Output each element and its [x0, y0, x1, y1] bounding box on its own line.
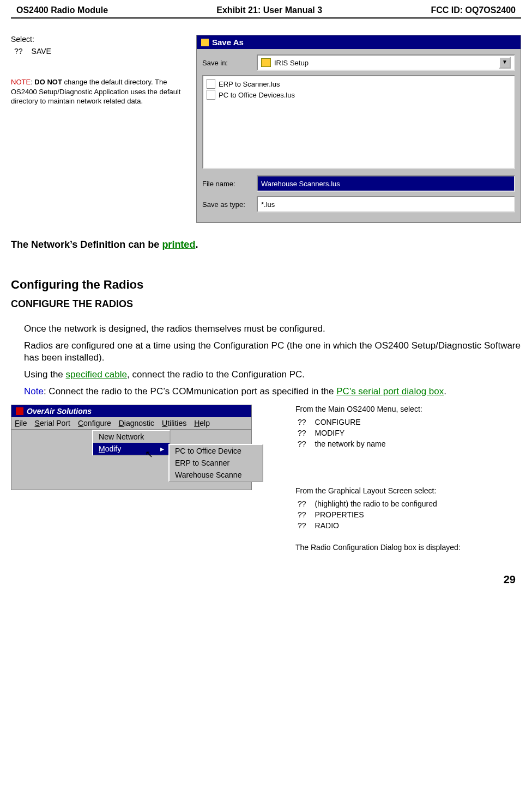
bullet-marker: ?? — [298, 510, 306, 519]
list-item[interactable]: PC to Office Devices.lus — [205, 89, 512, 100]
menu-configure[interactable]: Configure — [78, 419, 111, 428]
menu-serial-port[interactable]: Serial Port — [35, 419, 70, 428]
document-icon — [207, 79, 215, 89]
file-name-label: File name: — [202, 180, 251, 188]
right2-lead: From the Graphical Layout Screen select: — [295, 486, 461, 495]
note-label: NOTE — [11, 78, 31, 86]
paragraph-3: Using the specified cable, connect the r… — [24, 369, 521, 380]
right2-final: The Radio Configuration Dialog box is di… — [295, 543, 461, 552]
list-item[interactable]: ERP to Scanner.lus — [205, 78, 512, 89]
right1-lead: From the Main OS2400 Menu, select: — [295, 405, 461, 413]
chevron-down-icon[interactable]: ▼ — [499, 57, 511, 69]
paragraph-4: Note: Connect the radio to the PC’s COMm… — [24, 386, 521, 397]
overair-title: OverAir Solutions — [27, 407, 92, 416]
overair-window: OverAir Solutions File Serial Port Confi… — [11, 405, 252, 490]
configure-dropdown[interactable]: New Network Modify▸ PC to Office Device … — [92, 430, 171, 456]
overair-title-bar: OverAir Solutions — [11, 405, 251, 417]
app-icon — [16, 407, 23, 415]
header-rule — [11, 17, 521, 19]
select-label: Select: — [11, 35, 185, 44]
print-line-before: The Network’s Definition can be — [11, 239, 162, 250]
save-in-label: Save in: — [202, 59, 251, 67]
note-block: NOTE: DO NOT change the default director… — [11, 77, 185, 106]
menu-help[interactable]: Help — [194, 419, 210, 428]
right2-item: PROPERTIES — [315, 510, 364, 519]
bullet-marker: ?? — [298, 429, 306, 437]
bullet-marker: ?? — [298, 521, 306, 530]
right1-item: MODIFY — [315, 429, 344, 437]
note-bold: DO NOT — [34, 78, 62, 86]
folder-icon — [261, 58, 271, 67]
p3-after: , connect the radio to the Configuration… — [127, 369, 305, 380]
page-number: 29 — [11, 573, 521, 586]
save-in-combo[interactable]: IRIS Setup ▼ — [257, 54, 515, 71]
bullet-marker: ?? — [298, 499, 306, 508]
right2-item: (highlight) the radio to be configured — [315, 499, 437, 508]
right1-item: CONFIGURE — [315, 418, 361, 426]
right1-item: the network by name — [315, 439, 386, 448]
save-text: SAVE — [32, 47, 51, 56]
menu-file[interactable]: File — [15, 419, 27, 428]
p4-after: . — [444, 386, 446, 396]
paragraph-1: Once the network is designed, the radios… — [24, 323, 521, 334]
modify-submenu[interactable]: PC to Office Device ERP to Scanner Wareh… — [168, 444, 263, 482]
section-heading-1: Configuring the Radios — [11, 278, 521, 292]
menu-item-modify[interactable]: Modify▸ — [93, 443, 170, 455]
save-as-type-value: *.lus — [261, 200, 275, 209]
menu-diagnostic[interactable]: Diagnostic — [119, 419, 154, 428]
header-right: FCC ID: OQ7OS2400 — [431, 5, 516, 15]
menu-utilities[interactable]: Utilities — [162, 419, 186, 428]
document-icon — [207, 90, 215, 100]
bullet-marker: ?? — [298, 418, 306, 426]
print-line-after: . — [195, 239, 198, 250]
save-as-type-label: Save as type: — [202, 200, 251, 209]
dialog-title: Save As — [212, 38, 244, 47]
print-line: The Network’s Definition can be printed. — [11, 239, 521, 251]
submenu-item[interactable]: PC to Office Device — [170, 445, 262, 457]
submenu-item[interactable]: ERP to Scanner — [170, 457, 262, 469]
menu-bar[interactable]: File Serial Port Configure Diagnostic Ut… — [11, 417, 251, 430]
cursor-icon: ↖ — [145, 448, 153, 460]
file-name-value: Warehouse Scanners.lus — [261, 180, 340, 188]
p4-mid: : Connect the radio to the PC’s COMmunic… — [44, 386, 336, 396]
bullet-marker: ?? — [14, 47, 23, 56]
submenu-arrow-icon: ▸ — [160, 444, 164, 453]
file-name: PC to Office Devices.lus — [219, 91, 295, 99]
file-name-input[interactable]: Warehouse Scanners.lus — [257, 175, 515, 192]
menu-item-new-network[interactable]: New Network — [93, 431, 170, 443]
header-center: Exhibit 21: User Manual 3 — [216, 5, 322, 15]
section-heading-2: CONFIGURE THE RADIOS — [11, 298, 521, 310]
save-icon — [201, 39, 209, 46]
note-word: Note — [24, 386, 44, 396]
right2-item: RADIO — [315, 521, 339, 530]
specified-cable-link[interactable]: specified cable — [66, 369, 127, 380]
file-list[interactable]: ERP to Scanner.lus PC to Office Devices.… — [202, 75, 515, 169]
header-left: OS2400 Radio Module — [16, 5, 108, 15]
save-in-folder: IRIS Setup — [274, 59, 309, 67]
submenu-item[interactable]: Warehouse Scanne — [170, 469, 262, 481]
paragraph-2: Radios are configured one at a time usin… — [24, 340, 521, 363]
save-as-dialog: Save As Save in: IRIS Setup ▼ — [196, 35, 521, 223]
printed-link[interactable]: printed — [162, 239, 195, 250]
p3-before: Using the — [24, 369, 66, 380]
file-name: ERP to Scanner.lus — [219, 80, 280, 88]
serial-port-link[interactable]: PC's serial port dialog box — [336, 386, 444, 396]
save-as-type-combo[interactable]: *.lus — [257, 196, 515, 212]
bullet-marker: ?? — [298, 439, 306, 448]
dialog-title-bar: Save As — [197, 35, 521, 49]
